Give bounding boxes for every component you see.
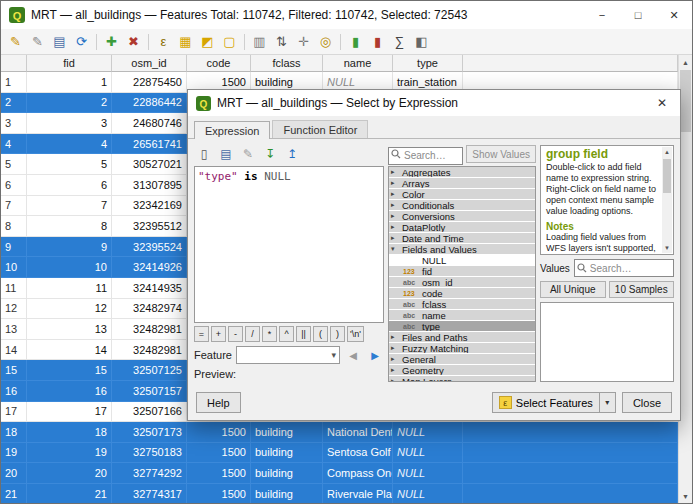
- tree-group-fields-and-values[interactable]: ▾Fields and Values: [389, 244, 535, 255]
- reload-table-icon[interactable]: ⟳: [71, 31, 92, 52]
- operator-button[interactable]: '\n': [347, 326, 364, 342]
- cell-osm-id: 32507166: [112, 402, 187, 423]
- next-feature-button[interactable]: ▶: [366, 346, 384, 364]
- table-row[interactable]: 1818325071731500buildingNational Dental.…: [1, 422, 678, 443]
- operator-button[interactable]: /: [245, 326, 260, 342]
- cell-code: 1500: [187, 484, 251, 503]
- scroll-down-icon[interactable]: ▼: [679, 489, 692, 503]
- close-button[interactable]: Close: [622, 392, 672, 413]
- column-header-fid[interactable]: fid: [27, 55, 112, 72]
- delete-selected-icon[interactable]: ✖: [123, 31, 144, 52]
- select-by-expression-icon[interactable]: ε: [153, 31, 174, 52]
- values-list[interactable]: [540, 302, 674, 382]
- previous-feature-button[interactable]: ◀: [344, 346, 362, 364]
- field-calculator-icon[interactable]: ∑: [389, 31, 410, 52]
- tree-field-name[interactable]: abcname: [389, 310, 535, 321]
- conditional-format-icon[interactable]: ◧: [411, 31, 432, 52]
- operator-button[interactable]: ||: [296, 326, 311, 342]
- tree-group-conditionals[interactable]: ▸Conditionals: [389, 200, 535, 211]
- tab-expression[interactable]: Expression: [194, 121, 270, 139]
- save-edits-icon[interactable]: ▤: [49, 31, 70, 52]
- tree-group-fuzzy-matching[interactable]: ▸Fuzzy Matching: [389, 343, 535, 354]
- operator-button[interactable]: *: [262, 326, 277, 342]
- column-header-fclass[interactable]: fclass: [251, 55, 323, 72]
- row-number: 11: [1, 278, 27, 299]
- invert-selection-icon[interactable]: ◩: [197, 31, 218, 52]
- table-row[interactable]: 2020327742921500buildingCompass OneNULL: [1, 463, 678, 484]
- operator-button[interactable]: ): [330, 326, 345, 342]
- tree-field-label: NULL: [422, 255, 446, 266]
- column-header-code[interactable]: code: [187, 55, 251, 72]
- select-all-icon[interactable]: ▦: [175, 31, 196, 52]
- help-scrollbar[interactable]: ▲ ▼: [662, 147, 672, 253]
- window-titlebar[interactable]: Q MRT — all_buildings — Features Total: …: [1, 1, 692, 29]
- expression-editor[interactable]: "type" is NULL: [194, 166, 384, 323]
- samples-button[interactable]: 10 Samples: [609, 281, 675, 298]
- dialog-close-icon[interactable]: ✕: [646, 90, 678, 116]
- tree-field-null[interactable]: NULL: [389, 255, 535, 266]
- cell-fid: 17: [27, 402, 112, 423]
- column-header-type[interactable]: type: [393, 55, 463, 72]
- add-feature-icon[interactable]: ✚: [101, 31, 122, 52]
- select-features-button[interactable]: ε Select Features ▾: [492, 392, 616, 413]
- tree-group-date-and-time[interactable]: ▸Date and Time: [389, 233, 535, 244]
- expression-clear-icon[interactable]: ▯: [194, 145, 214, 163]
- tree-group-conversions[interactable]: ▸Conversions: [389, 211, 535, 222]
- cell-fid: 20: [27, 463, 112, 484]
- tab-function-editor[interactable]: Function Editor: [272, 120, 368, 138]
- help-scroll-down-icon[interactable]: ▼: [662, 243, 672, 253]
- all-unique-button[interactable]: All Unique: [540, 281, 606, 298]
- new-field-icon[interactable]: ▮: [345, 31, 366, 52]
- tree-field-code[interactable]: 123code: [389, 288, 535, 299]
- zoom-to-selection-icon[interactable]: ◎: [315, 31, 336, 52]
- help-button[interactable]: Help: [196, 392, 241, 413]
- help-scrollbar-thumb[interactable]: [663, 159, 671, 193]
- cell-type: NULL: [393, 484, 463, 503]
- column-header-osm_id[interactable]: osm_id: [112, 55, 187, 72]
- row-number: 15: [1, 360, 27, 381]
- operator-button[interactable]: (: [313, 326, 328, 342]
- show-values-button[interactable]: Show Values: [466, 145, 536, 163]
- column-header-name[interactable]: name: [323, 55, 393, 72]
- pan-to-selection-icon[interactable]: ✛: [293, 31, 314, 52]
- tree-group-map-layers[interactable]: ▸Map Layers: [389, 376, 535, 382]
- tree-group-geometry[interactable]: ▸Geometry: [389, 365, 535, 376]
- operator-button[interactable]: +: [211, 326, 226, 342]
- move-selection-top-icon[interactable]: ⇅: [271, 31, 292, 52]
- expression-save-icon[interactable]: ▤: [216, 145, 236, 163]
- table-row[interactable]: 1919327501831500buildingSentosa Golf Clu…: [1, 443, 678, 464]
- scroll-up-icon[interactable]: ▲: [679, 55, 692, 69]
- tree-group-general[interactable]: ▸General: [389, 354, 535, 365]
- help-scroll-up-icon[interactable]: ▲: [662, 147, 672, 157]
- expression-import-icon[interactable]: ↧: [260, 145, 280, 163]
- tree-field-osm-id[interactable]: abcosm_id: [389, 277, 535, 288]
- operator-button[interactable]: =: [194, 326, 209, 342]
- tree-group-color[interactable]: ▸Color: [389, 189, 535, 200]
- toggle-editing-icon[interactable]: ✎: [5, 31, 26, 52]
- operator-button[interactable]: ^: [279, 326, 294, 342]
- tree-group-aggregates[interactable]: ▸Aggregates: [389, 167, 535, 178]
- tree-group-files-and-paths[interactable]: ▸Files and Paths: [389, 332, 535, 343]
- close-icon[interactable]: ✕: [656, 1, 692, 29]
- expression-edit-icon[interactable]: ✎: [238, 145, 258, 163]
- tree-group-arrays[interactable]: ▸Arrays: [389, 178, 535, 189]
- operator-button[interactable]: -: [228, 326, 243, 342]
- maximize-icon[interactable]: □: [620, 1, 656, 29]
- minimize-icon[interactable]: −: [584, 1, 620, 29]
- deselect-all-icon[interactable]: ▢: [219, 31, 240, 52]
- cell-fid: 6: [27, 175, 112, 196]
- multi-edit-icon[interactable]: ✎: [27, 31, 48, 52]
- tree-field-fid[interactable]: 123fid: [389, 266, 535, 277]
- table-row[interactable]: 2121327743171500buildingRivervale PlazaN…: [1, 484, 678, 503]
- tree-group-dataplotly[interactable]: ▸DataPlotly: [389, 222, 535, 233]
- tree-field-type[interactable]: abctype: [389, 321, 535, 332]
- scrollbar-thumb[interactable]: [680, 70, 691, 132]
- dialog-titlebar[interactable]: Q MRT — all_buildings — Select by Expres…: [188, 90, 680, 116]
- select-features-dropdown[interactable]: ▾: [599, 393, 615, 412]
- delete-field-icon[interactable]: ▮: [367, 31, 388, 52]
- expression-export-icon[interactable]: ↥: [282, 145, 302, 163]
- values-search-input[interactable]: [574, 259, 674, 277]
- filter-form-icon[interactable]: ▥: [249, 31, 270, 52]
- tree-field-fclass[interactable]: abcfclass: [389, 299, 535, 310]
- feature-combobox[interactable]: ▾: [236, 346, 340, 364]
